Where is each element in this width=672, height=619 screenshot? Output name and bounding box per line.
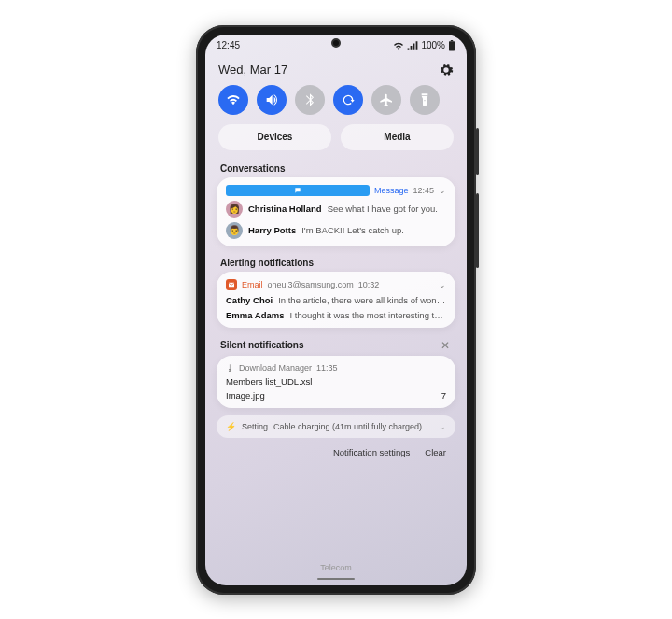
app-name: Email xyxy=(242,280,263,289)
app-name: Download Manager xyxy=(239,363,312,373)
message-preview: See what I have got for you. xyxy=(328,204,446,214)
front-camera xyxy=(331,38,341,48)
notif-time: 10:32 xyxy=(358,280,380,289)
battery-text: 100% xyxy=(421,40,445,50)
avatar: 👨 xyxy=(226,222,243,239)
quick-settings xyxy=(205,85,467,124)
avatar: 👩 xyxy=(226,201,243,218)
date-label: Wed, Mar 17 xyxy=(218,63,287,77)
download-row: Members list_UDL.xsl xyxy=(226,373,446,387)
side-button xyxy=(476,128,479,175)
clear-button[interactable]: Clear xyxy=(425,447,446,457)
footer-actions: Notification settings Clear xyxy=(205,445,467,459)
email-card[interactable]: Email oneui3@samsung.com 10:32 ⌄ Cathy C… xyxy=(217,272,455,328)
sender-name: Christina Holland xyxy=(248,204,322,214)
bolt-icon: ⚡ xyxy=(226,422,236,431)
qs-rotate-toggle[interactable] xyxy=(333,85,363,115)
card-header: Message 12:45 ⌄ xyxy=(226,185,446,196)
status-time: 12:45 xyxy=(217,40,240,50)
qs-wifi-toggle[interactable] xyxy=(218,85,248,115)
home-indicator[interactable] xyxy=(317,578,355,580)
card-header: ⭳ Download Manager 11:35 xyxy=(226,363,446,373)
phone-frame: 12:45 100% Wed, Mar 17 xyxy=(196,25,476,595)
carrier-label: Telecom xyxy=(205,563,467,572)
wifi-icon xyxy=(226,92,241,107)
gear-icon[interactable] xyxy=(439,63,454,77)
conversation-row[interactable]: 👨 Harry Potts I'm BACK!! Let's catch up. xyxy=(226,218,446,239)
charging-text: Cable charging (41m until fully charged) xyxy=(273,422,422,431)
wifi-icon xyxy=(393,41,404,50)
section-silent-header: Silent notifications ✕ xyxy=(205,335,467,356)
section-conversations: Conversations xyxy=(205,160,467,177)
shortcut-pills: Devices Media xyxy=(205,124,467,160)
notification-settings-button[interactable]: Notification settings xyxy=(333,447,410,457)
media-button[interactable]: Media xyxy=(341,124,454,150)
app-name: Message xyxy=(374,186,409,195)
email-row[interactable]: Cathy Choi In the article, there were al… xyxy=(226,290,446,305)
download-card[interactable]: ⭳ Download Manager 11:35 Members list_UD… xyxy=(217,356,455,408)
signal-icon xyxy=(407,41,418,50)
sender-name: Emma Adams xyxy=(226,310,284,320)
status-indicators: 100% xyxy=(393,40,455,51)
file-name: Image.jpg xyxy=(226,390,265,401)
email-app-icon xyxy=(226,279,237,290)
sender-name: Cathy Choi xyxy=(226,295,273,305)
sender-name: Harry Potts xyxy=(248,225,296,235)
airplane-icon xyxy=(379,92,394,107)
qs-airplane-toggle[interactable] xyxy=(371,85,401,115)
app-name: Setting xyxy=(242,422,268,431)
charging-notification[interactable]: ⚡ Setting Cable charging (41m until full… xyxy=(217,415,455,438)
message-preview: In the article, there were all kinds of … xyxy=(278,295,446,305)
devices-button[interactable]: Devices xyxy=(218,124,331,150)
file-name: Members list_UDL.xsl xyxy=(226,376,312,387)
chevron-down-icon[interactable]: ⌄ xyxy=(439,280,446,289)
flashlight-icon xyxy=(417,92,432,107)
card-header: Email oneui3@samsung.com 10:32 ⌄ xyxy=(226,279,446,290)
section-alerting: Alerting notifications xyxy=(205,254,467,272)
screen: 12:45 100% Wed, Mar 17 xyxy=(205,35,467,585)
qs-bluetooth-toggle[interactable] xyxy=(295,85,325,115)
side-button xyxy=(476,193,479,268)
rotate-icon xyxy=(341,92,356,107)
section-silent: Silent notifications xyxy=(220,340,303,350)
notif-time: 11:35 xyxy=(316,363,338,373)
conversations-card[interactable]: Message 12:45 ⌄ 👩 Christina Holland See … xyxy=(217,177,455,246)
chevron-down-icon[interactable]: ⌄ xyxy=(439,186,446,195)
message-preview: I thought it was the most interesting th… xyxy=(289,310,446,320)
battery-icon xyxy=(448,40,455,51)
download-icon: ⭳ xyxy=(226,363,234,373)
bluetooth-icon xyxy=(302,92,317,107)
email-row[interactable]: Emma Adams I thought it was the most int… xyxy=(226,305,446,320)
notif-time: 12:45 xyxy=(413,186,434,195)
qs-flashlight-toggle[interactable] xyxy=(410,85,440,115)
conversation-row[interactable]: 👩 Christina Holland See what I have got … xyxy=(226,196,446,218)
svg-rect-0 xyxy=(449,41,455,50)
message-preview: I'm BACK!! Let's catch up. xyxy=(301,225,446,235)
account-text: oneui3@samsung.com xyxy=(268,280,354,289)
qs-sound-toggle[interactable] xyxy=(257,85,287,115)
volume-icon xyxy=(264,92,279,107)
file-count: 7 xyxy=(441,390,446,401)
download-row: Image.jpg 7 xyxy=(226,387,446,401)
shade-header: Wed, Mar 17 xyxy=(205,57,467,85)
chevron-down-icon[interactable]: ⌄ xyxy=(439,422,446,431)
svg-rect-1 xyxy=(451,40,453,41)
message-app-icon xyxy=(226,185,370,196)
close-icon[interactable]: ✕ xyxy=(441,339,450,352)
